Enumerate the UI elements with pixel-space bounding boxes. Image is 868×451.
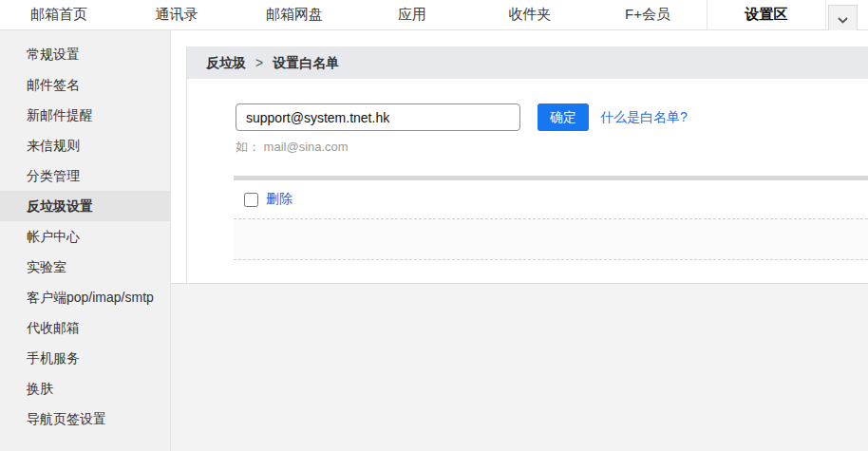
sidebar-item-category-management[interactable]: 分类管理 xyxy=(0,160,170,191)
sidebar-item-mobile-service[interactable]: 手机服务 xyxy=(0,343,170,373)
tab-settings[interactable]: 设置区 xyxy=(707,0,826,29)
tab-contacts[interactable]: 通讯录 xyxy=(118,0,236,29)
confirm-button[interactable]: 确定 xyxy=(538,103,589,131)
panel-left-border xyxy=(186,47,187,283)
sidebar-item-account-center[interactable]: 帐户中心 xyxy=(0,221,170,252)
tab-f-plus-member[interactable]: F+会员 xyxy=(589,0,707,29)
list-toolbar: 删除 xyxy=(234,180,868,219)
sidebar-item-new-mail-alert[interactable]: 新邮件提醒 xyxy=(0,100,170,130)
breadcrumb-separator: > xyxy=(255,55,263,70)
tab-apps[interactable]: 应用 xyxy=(353,0,471,29)
top-nav: 邮箱首页 通讯录 邮箱网盘 应用 收件夹 F+会员 设置区 xyxy=(0,0,868,30)
nav-more-dropdown-button[interactable] xyxy=(828,5,858,32)
sidebar-item-nav-tab-settings[interactable]: 导航页签设置 xyxy=(0,404,170,434)
whitelist-list: 删除 xyxy=(234,176,868,260)
settings-main: 反垃圾>设置白名单 确定 什么是白名单? 如： mail@sina.com 删除 xyxy=(171,30,868,451)
sidebar-item-incoming-rules[interactable]: 来信规则 xyxy=(0,130,170,160)
sidebar-item-mail-signature[interactable]: 邮件签名 xyxy=(0,69,170,100)
whitelist-panel: 反垃圾>设置白名单 确定 什么是白名单? 如： mail@sina.com 删除 xyxy=(171,30,868,284)
sidebar-item-general-settings[interactable]: 常规设置 xyxy=(0,39,170,69)
input-example-text: 如： mail@sina.com xyxy=(236,139,349,156)
whitelist-help-link[interactable]: 什么是白名单? xyxy=(600,103,688,131)
sidebar-item-antispam-settings[interactable]: 反垃圾设置 xyxy=(0,191,170,221)
breadcrumb-section: 反垃圾 xyxy=(206,55,246,70)
sidebar-item-client-pop-imap-smtp[interactable]: 客户端pop/imap/smtp xyxy=(0,282,170,312)
sidebar-item-labs[interactable]: 实验室 xyxy=(0,252,170,282)
breadcrumb-page: 设置白名单 xyxy=(273,55,339,70)
whitelist-email-input[interactable] xyxy=(236,103,520,131)
breadcrumb: 反垃圾>设置白名单 xyxy=(187,47,868,79)
sidebar-item-collect-mailbox[interactable]: 代收邮箱 xyxy=(0,312,170,343)
chevron-down-icon xyxy=(838,10,848,28)
tab-inbox[interactable]: 收件夹 xyxy=(471,0,589,29)
select-all-checkbox[interactable] xyxy=(244,193,258,207)
delete-link[interactable]: 删除 xyxy=(266,191,292,208)
tab-mail-drive[interactable]: 邮箱网盘 xyxy=(236,0,353,29)
settings-sidebar: 常规设置 邮件签名 新邮件提醒 来信规则 分类管理 反垃圾设置 帐户中心 实验室… xyxy=(0,30,171,451)
empty-list-row xyxy=(234,219,868,260)
sidebar-item-skin[interactable]: 换肤 xyxy=(0,373,170,404)
tab-mail-home[interactable]: 邮箱首页 xyxy=(0,0,118,29)
